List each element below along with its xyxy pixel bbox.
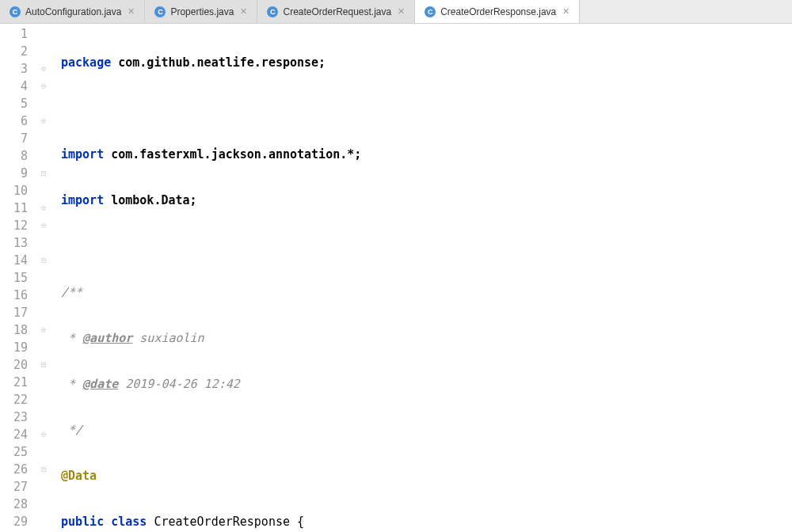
line-number: 27	[0, 478, 36, 496]
tab-label: AutoConfiguration.java	[25, 6, 121, 17]
tab-createorderresponse[interactable]: C CreateOrderResponse.java ✕	[415, 0, 580, 23]
comment: *	[61, 331, 82, 345]
close-icon[interactable]: ✕	[562, 6, 569, 17]
line-number: 9	[0, 165, 36, 182]
fold-gutter: ⊖ ⊖ ⊖ ⊟ ⊖ ⊖ ⊟ ⊖ ⊟ ⊖ ⊟	[36, 24, 51, 532]
line-number: 2	[0, 43, 36, 60]
line-number: 4	[0, 78, 36, 95]
class-icon: C	[154, 6, 166, 17]
code-text: com.fasterxml.jackson.annotation.*;	[104, 147, 361, 162]
line-number: 28	[0, 496, 36, 513]
code-editor[interactable]: 1 2 3 4 5 6 7 8 9 10 11 12 13 14 15 16 1…	[0, 24, 792, 532]
class-icon: C	[425, 6, 436, 17]
class-name: CreateOrderResponse	[147, 515, 297, 529]
class-icon: C	[267, 6, 278, 17]
line-number: 14	[0, 252, 36, 269]
line-number: 17	[0, 304, 36, 321]
line-number: 6	[0, 112, 36, 130]
keyword: import	[61, 147, 104, 162]
close-icon[interactable]: ✕	[128, 6, 135, 17]
doc-tag: @date	[82, 377, 118, 391]
close-icon[interactable]: ✕	[398, 6, 405, 17]
tab-autoconfiguration[interactable]: C AutoConfiguration.java ✕	[0, 0, 145, 23]
brace: {	[297, 515, 304, 529]
keyword: public	[61, 515, 104, 529]
comment: *	[61, 377, 82, 391]
comment: */	[61, 423, 82, 437]
code-area[interactable]: package com.github.neatlife.response; im…	[51, 24, 792, 532]
fold-end-icon[interactable]: ⊟	[36, 165, 51, 182]
line-number-gutter: 1 2 3 4 5 6 7 8 9 10 11 12 13 14 15 16 1…	[0, 24, 36, 532]
line-number: 12	[0, 217, 36, 234]
fold-icon[interactable]: ⊖	[36, 200, 51, 217]
line-number: 7	[0, 130, 36, 147]
tab-bar: C AutoConfiguration.java ✕ C Properties.…	[0, 0, 792, 24]
line-number: 10	[0, 182, 36, 200]
fold-icon[interactable]: ⊖	[36, 217, 51, 234]
line-number: 26	[0, 461, 36, 478]
line-number: 8	[0, 147, 36, 165]
annotation: @Data	[61, 469, 97, 483]
comment: /**	[61, 285, 82, 299]
line-number: 16	[0, 287, 36, 304]
keyword: import	[61, 193, 104, 207]
comment: suxiaolin	[132, 331, 204, 345]
line-number: 1	[0, 25, 36, 43]
fold-icon[interactable]: ⊖	[36, 321, 51, 339]
line-number: 23	[0, 408, 36, 426]
keyword: package	[61, 55, 111, 70]
line-number: 25	[0, 443, 36, 461]
fold-icon[interactable]: ⊖	[36, 60, 51, 78]
code-text: lombok.Data;	[104, 193, 196, 207]
line-number: 5	[0, 95, 36, 112]
line-number: 15	[0, 269, 36, 287]
line-number: 3	[0, 60, 36, 78]
fold-end-icon[interactable]: ⊟	[36, 461, 51, 478]
fold-icon[interactable]: ⊖	[36, 78, 51, 95]
line-number: 13	[0, 234, 36, 252]
fold-end-icon[interactable]: ⊟	[36, 252, 51, 269]
fold-icon[interactable]: ⊖	[36, 426, 51, 443]
line-number: 21	[0, 374, 36, 391]
tab-label: CreateOrderRequest.java	[283, 6, 391, 17]
class-icon: C	[10, 6, 21, 17]
comment: 2019-04-26 12:42	[118, 377, 240, 391]
tab-createorderrequest[interactable]: C CreateOrderRequest.java ✕	[257, 0, 415, 23]
doc-tag: @author	[82, 331, 132, 345]
line-number: 22	[0, 391, 36, 408]
line-number: 18	[0, 321, 36, 339]
line-number: 29	[0, 513, 36, 530]
fold-icon[interactable]: ⊖	[36, 112, 51, 130]
keyword: class	[104, 515, 147, 529]
line-number: 24	[0, 426, 36, 443]
line-number: 11	[0, 200, 36, 217]
code-text: com.github.neatlife.response;	[111, 55, 326, 70]
fold-end-icon[interactable]: ⊟	[36, 356, 51, 374]
line-number: 19	[0, 339, 36, 356]
line-number: 20	[0, 356, 36, 374]
tab-properties[interactable]: C Properties.java ✕	[145, 0, 257, 23]
close-icon[interactable]: ✕	[240, 6, 247, 17]
tab-label: CreateOrderResponse.java	[440, 6, 556, 17]
tab-label: Properties.java	[170, 6, 234, 17]
